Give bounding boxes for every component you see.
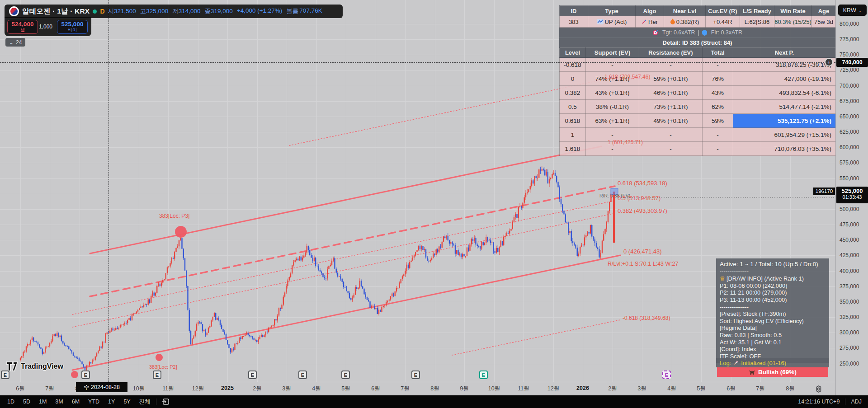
levels-cell-support: 38% (-0.1R) (586, 100, 639, 114)
levels-cell-total: - (703, 58, 733, 72)
info-line: --------------- (720, 268, 826, 275)
info-line: --------------- (720, 304, 826, 311)
info-line: Sort: Highest Avg EV (Efficiency) (720, 318, 826, 325)
range-button[interactable]: 1Y (108, 399, 115, 405)
ohlc-item: 시321,500 (108, 7, 136, 15)
info-line: P2: 11-21 00:00 (279,000) (720, 289, 826, 296)
info-line: Act W: 35.1 | Gst W: 0.1 (720, 339, 826, 346)
price-axis[interactable]: KRW ⌄ 800,000775,000750,000725,000700,00… (835, 0, 868, 395)
levels-cell-resistance: 49% (+0.1R) (639, 114, 703, 128)
month-tick: 12월 (192, 385, 204, 393)
levels-cell-resistance: 46% (+0.1R) (639, 86, 703, 100)
chevron-down-icon: ⌄ (9, 39, 14, 46)
crosshair-plus-icon: + (825, 58, 833, 66)
range-button[interactable]: 5D (23, 399, 30, 405)
levels-table: LevelSupport (EV)Resistance (EV)TotalNex… (559, 47, 836, 156)
range-button[interactable]: 전체 (139, 398, 151, 406)
stats-cell-ls_ready: L:62|S:86 (740, 16, 774, 28)
price-tick: 600,000 (840, 144, 859, 150)
earnings-marker[interactable]: E (298, 370, 307, 379)
divider (156, 399, 156, 405)
price-tick: 350,000 (840, 299, 859, 305)
month-tick: 2026 (576, 385, 589, 391)
candles (20, 166, 612, 371)
symbol-header: 알테오젠 · 1날 · KRX D 시321,500고325,000저314,0… (9, 6, 322, 17)
aux-value-badge: 196170 (813, 188, 835, 195)
month-tick: 7월 (401, 385, 409, 393)
range-button[interactable]: 1D (7, 399, 14, 405)
levels-cell-level: 0.5 (560, 100, 586, 114)
price-tick: 275,000 (840, 345, 859, 351)
time-axis[interactable]: 6월7월8월10월11월12월20252월3월4월5월6월7월8월9월10월11… (0, 382, 835, 395)
price-tick: 325,000 (840, 314, 859, 320)
go-to-date-icon[interactable] (162, 398, 170, 405)
change-value: +4,000 (+1.27%) (237, 7, 283, 15)
month-tick: 3월 (637, 385, 646, 393)
session-letter[interactable]: D (100, 8, 104, 15)
tradingview-logo-icon (6, 361, 18, 371)
month-tick: 7월 (756, 385, 764, 393)
buy-button[interactable]: 525,000 바이 (57, 20, 88, 34)
clock[interactable]: 14:21:16 UTC+9 (798, 399, 840, 405)
earnings-marker[interactable]: E (411, 370, 420, 379)
log-text: Initialized (01-16) (741, 360, 786, 366)
earnings-marker[interactable]: E (341, 370, 350, 379)
range-button[interactable]: YTD (88, 399, 99, 405)
earnings-marker[interactable]: E (662, 370, 671, 379)
range-button[interactable]: 3M (55, 399, 63, 405)
stats-cell-near_lvl: 0.382(R) (664, 16, 706, 28)
bull-icon (749, 370, 755, 375)
symbol-title[interactable]: 알테오젠 · 1날 · KRX (22, 7, 90, 16)
volume-value: 707.76K (299, 7, 322, 15)
earnings-marker[interactable]: E (81, 370, 90, 379)
draw-info-panel: Active: 1 ~ 1 / Total: 10 (Up:5 / Dn:0)-… (716, 258, 829, 363)
separator: | (698, 29, 699, 36)
indicators-count: 24 (16, 39, 22, 46)
month-tick: 10월 (488, 385, 500, 393)
axis-settings-gear-icon[interactable] (815, 385, 823, 393)
info-line: ♛ [DRAW INFO] (Active Rank 1) (720, 275, 826, 282)
currency-selector[interactable]: KRW ⌄ (838, 5, 867, 16)
range-button[interactable]: 5Y (123, 399, 130, 405)
earnings-marker[interactable]: E (1, 370, 9, 379)
month-tick: 11월 (518, 385, 529, 393)
levels-cell-support: 63% (+1.1R) (586, 114, 639, 128)
levels-header-cell: Total (703, 48, 733, 58)
levels-cell-resistance: - (639, 142, 703, 156)
levels-cell-resistance: - (639, 58, 703, 72)
levels-cell-total: - (703, 128, 733, 142)
levels-row: 074% (+1.1R)59% (+0.1R)76%427,000 (-19.1… (560, 72, 836, 86)
earnings-marker[interactable]: E (248, 370, 257, 379)
sell-button[interactable]: 524,000 셀 (7, 20, 38, 34)
price-tick: 625,000 (840, 129, 859, 135)
month-tick: 5월 (341, 385, 350, 393)
stats-table: IDTypeAlgoNear LvlCur.EV (R)L/S ReadyWin… (559, 5, 836, 28)
target-text: Tgt: 0.6xATR (662, 29, 695, 36)
earnings-marker[interactable]: E (479, 370, 488, 379)
crown-icon: ♛ (720, 275, 726, 282)
indicator-stats-panel: IDTypeAlgoNear LvlCur.EV (R)L/S ReadyWin… (559, 5, 835, 156)
stats-header-cell: Win Rate (774, 6, 812, 16)
log-label: Log: (720, 360, 731, 366)
levels-cell-support: - (586, 128, 639, 142)
levels-cell-support: 74% (+1.1R) (586, 72, 639, 86)
bullish-banner: Bullish (69%) (717, 367, 828, 377)
month-tick: 2월 (253, 385, 261, 393)
stats-header-cell: Near Lvl (664, 6, 706, 16)
info-line: [Regime Data] (720, 324, 826, 332)
info-line: P3: 11-13 00:00 (452,000) (720, 296, 826, 304)
target-icon (652, 30, 658, 36)
range-button[interactable]: 6M (72, 399, 80, 405)
levels-cell-total: - (703, 142, 733, 156)
stats-header-cell: Algo (636, 6, 664, 16)
price-tick: 250,000 (840, 361, 859, 367)
indicators-collapse-chip[interactable]: ⌄ 24 (5, 38, 25, 47)
levels-cell-total: 59% (703, 114, 733, 128)
levels-cell-total: 43% (703, 86, 733, 100)
price-tick: 775,000 (840, 36, 859, 42)
earnings-marker[interactable]: E (153, 370, 161, 379)
adj-toggle[interactable]: ADJ (851, 399, 862, 405)
range-button[interactable]: 1M (39, 399, 47, 405)
levels-cell-next_p: 427,000 (-19.1%) (733, 72, 836, 86)
symbol-logo-icon[interactable] (9, 6, 19, 16)
